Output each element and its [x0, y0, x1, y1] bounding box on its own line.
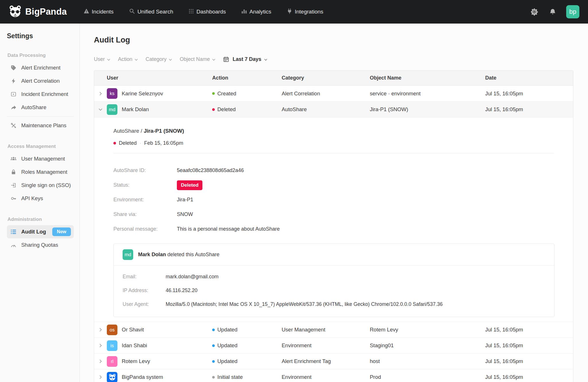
- filter-label: Category: [146, 56, 167, 62]
- brand-name: BigPanda: [25, 7, 67, 17]
- chevron-right-icon[interactable]: [99, 359, 102, 363]
- section-data-processing: Data Processing: [7, 53, 74, 58]
- table-row[interactable]: os Or Shavit Updated User Management Rot…: [94, 322, 573, 337]
- category-cell: Alert Enrichment Tag: [282, 358, 370, 364]
- lightning-icon: [10, 78, 17, 84]
- table-row[interactable]: is Idan Shabi Updated Environment Stagin…: [94, 337, 573, 353]
- detail-breadcrumb: AutoShare / Jira-P1 (SNOW): [113, 128, 554, 134]
- filter-label: User: [94, 56, 105, 62]
- warning-triangle-icon: [84, 8, 89, 15]
- sidebar-item-sso[interactable]: Single sign on (SSO): [7, 179, 74, 192]
- table-row-expanded[interactable]: md Mark Dolan Deleted AutoShare Jira-P1 …: [94, 101, 573, 117]
- table-row[interactable]: ks Karine Seleznyov Created Alert Correl…: [94, 86, 573, 101]
- field-value: 46.116.252.20: [166, 288, 198, 294]
- sidebar-item-maintenance-plans[interactable]: Maintenance Plans: [7, 119, 74, 132]
- action-label: Updated: [217, 342, 237, 349]
- object-name-cell: Rotem Levy: [370, 327, 485, 333]
- sign-in-icon: [10, 182, 17, 188]
- nav-label: Analytics: [249, 9, 271, 15]
- actor-action-text: deleted this AutoShare: [166, 252, 219, 257]
- section-administration: Administration: [7, 217, 74, 222]
- filter-label: Action: [118, 56, 132, 62]
- nav-analytics[interactable]: Analytics: [241, 9, 271, 15]
- action-status-dot: [212, 92, 215, 95]
- bar-chart-icon: [241, 9, 247, 15]
- user-avatar[interactable]: bp: [566, 5, 579, 18]
- actor-card-body: Email: mark.dolan@gmail.com IP Address: …: [114, 266, 554, 317]
- action-status-dot: [212, 329, 215, 331]
- sidebar-item-roles-management[interactable]: Roles Management: [7, 165, 74, 179]
- filter-object-name[interactable]: Object Name: [180, 56, 215, 62]
- avatar: ks: [107, 88, 117, 99]
- chevron-down-icon: [107, 56, 110, 62]
- lock-icon: [10, 169, 17, 175]
- chevron-down-icon[interactable]: [98, 108, 102, 111]
- brand-logo[interactable]: BigPanda: [9, 5, 67, 19]
- object-name-cell: Jira-P1 (SNOW): [370, 106, 485, 113]
- chevron-right-icon[interactable]: [99, 328, 102, 332]
- chevron-right-icon[interactable]: [99, 344, 102, 348]
- category-cell: User Management: [282, 327, 370, 333]
- field-label: IP Address:: [123, 288, 166, 294]
- filter-user[interactable]: User: [94, 56, 110, 62]
- sidebar-item-label: Sharing Quotas: [21, 242, 58, 248]
- action-status-dot: [212, 360, 215, 363]
- bigpanda-system-avatar: [107, 372, 117, 382]
- sidebar-item-label: Audit Log: [21, 229, 46, 235]
- sidebar-item-label: Roles Management: [21, 169, 67, 175]
- sidebar-item-label: AutoShare: [21, 104, 46, 111]
- main-content: Audit Log User Action Category Object Na…: [80, 24, 588, 382]
- category-cell: AutoShare: [282, 106, 370, 113]
- avatar: rl: [107, 356, 117, 367]
- table-row[interactable]: BigPanda system Initial state Environmen…: [94, 369, 573, 382]
- notifications-bell-icon[interactable]: [548, 7, 558, 17]
- nav-integrations[interactable]: Integrations: [287, 8, 323, 16]
- user-name: BigPanda system: [122, 374, 163, 380]
- action-status-dot: [212, 108, 215, 111]
- object-name-cell: Staging01: [370, 342, 485, 349]
- topnav-right: bp: [529, 5, 579, 18]
- filter-action[interactable]: Action: [118, 56, 138, 62]
- detail-status-line: Deleted · Feb 15, 16:05pm: [113, 140, 554, 146]
- nav-incidents[interactable]: Incidents: [84, 8, 114, 15]
- category-cell: Environment: [282, 374, 370, 380]
- action-status-dot: [212, 376, 215, 379]
- sidebar-item-label: Alert Enrichment: [21, 65, 61, 71]
- nav-unified-search[interactable]: Unified Search: [129, 8, 173, 16]
- sidebar-item-label: Maintenance Plans: [21, 122, 66, 129]
- plug-icon: [287, 8, 292, 16]
- sidebar-item-incident-enrichment[interactable]: Incident Enrichment: [7, 88, 74, 101]
- object-name-cell: Prod: [370, 374, 485, 380]
- table-row[interactable]: rl Rotem Levy Updated Alert Enrichment T…: [94, 353, 573, 369]
- object-name-cell: service · environment: [370, 90, 485, 97]
- action-status-dot: [212, 344, 215, 347]
- avatar: md: [107, 104, 117, 115]
- table-header: User Action Category Object Name Date: [94, 71, 573, 86]
- sidebar-item-sharing-quotas[interactable]: Sharing Quotas: [7, 238, 74, 252]
- sidebar-item-label: Incident Enrichment: [21, 91, 68, 97]
- date-cell: Jul 15, 16:05pm: [485, 327, 573, 333]
- filter-category[interactable]: Category: [146, 56, 172, 62]
- sidebar-item-label: User Management: [21, 156, 65, 162]
- settings-gear-icon[interactable]: [529, 7, 539, 17]
- search-icon: [129, 8, 135, 16]
- sidebar-item-alert-enrichment[interactable]: Alert Enrichment: [7, 61, 74, 74]
- users-icon: [10, 156, 17, 161]
- field-row: Personal message: This is a personal mes…: [113, 222, 554, 236]
- sidebar-item-alert-correlation[interactable]: Alert Correlation: [7, 74, 74, 88]
- sidebar-item-api-keys[interactable]: API Keys: [7, 192, 74, 205]
- top-navbar: BigPanda Incidents Unified Search Dashbo…: [0, 0, 588, 24]
- list-icon: [10, 229, 17, 234]
- chevron-right-icon[interactable]: [99, 375, 102, 379]
- actor-card: md Mark Dolan deleted this AutoShare Ema…: [113, 244, 554, 317]
- filter-date-range[interactable]: Last 7 Days: [223, 56, 267, 62]
- tools-icon: [10, 123, 17, 128]
- category-cell: Environment: [282, 342, 370, 349]
- chevron-down-icon: [264, 56, 267, 62]
- date-cell: Jul 15, 16:05pm: [485, 358, 573, 364]
- sidebar-item-audit-log[interactable]: Audit Log New: [7, 225, 74, 238]
- sidebar-item-user-management[interactable]: User Management: [7, 152, 74, 165]
- chevron-right-icon[interactable]: [99, 92, 102, 96]
- nav-dashboards[interactable]: Dashboards: [189, 9, 226, 15]
- sidebar-item-autoshare[interactable]: AutoShare: [7, 101, 74, 114]
